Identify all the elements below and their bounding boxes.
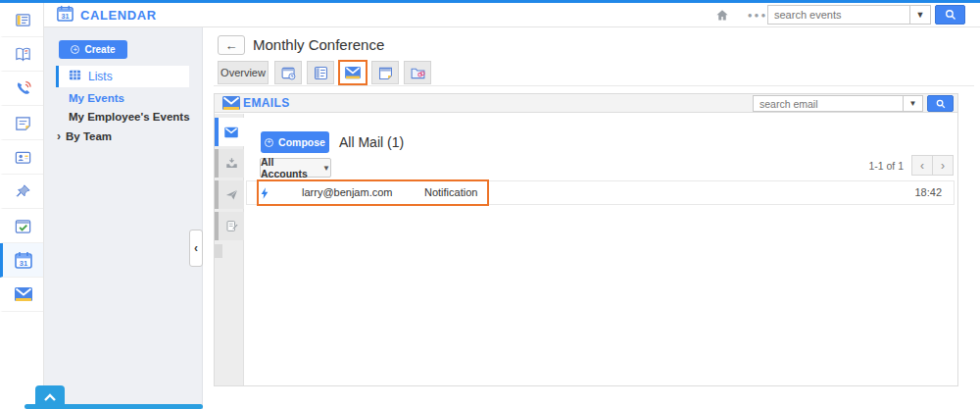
calendar-31-icon[interactable]: 31: [0, 243, 43, 278]
compose-button-label: Compose: [278, 136, 325, 148]
sidebar-item-my-events[interactable]: My Events: [69, 92, 124, 106]
emails-panel-header: EMAILS ▼: [215, 94, 957, 113]
chevron-down-icon[interactable]: ▼: [909, 5, 931, 25]
phone-icon[interactable]: [0, 72, 43, 106]
chevron-left-icon: ‹: [920, 159, 924, 173]
contact-card-icon[interactable]: [0, 140, 43, 175]
chevron-up-icon: [43, 388, 57, 406]
accounts-filter-label: All Accounts: [261, 156, 318, 179]
sidebar-item-by-team-label: By Team: [66, 130, 112, 142]
news-icon[interactable]: [0, 3, 43, 37]
tab-note-icon[interactable]: [371, 61, 399, 84]
sidebar: + Create Lists My Events My Employee's E…: [44, 27, 203, 409]
pin-icon[interactable]: [0, 175, 43, 209]
plus-icon: +: [265, 138, 273, 147]
back-button[interactable]: ←: [218, 35, 245, 55]
calendar-31-icon: 31: [56, 4, 74, 26]
header-bar: 31 CALENDAR ●●● ▼: [44, 3, 980, 27]
scroll-to-top-button[interactable]: [35, 385, 65, 409]
pagination-label: 1-1 of 1: [868, 160, 904, 172]
main-content: ← Monthly Conference Overview EMAILS: [203, 27, 980, 409]
tab-overview[interactable]: Overview: [218, 61, 269, 84]
mail-icon[interactable]: [0, 278, 43, 312]
sidebar-item-by-team[interactable]: › By Team: [57, 129, 112, 143]
page-title: Monthly Conference: [253, 35, 384, 55]
folder-sent-icon[interactable]: [215, 180, 244, 209]
create-button-label: Create: [84, 44, 115, 55]
sidebar-item-lists[interactable]: Lists: [56, 66, 189, 87]
chevron-left-icon: ‹: [194, 241, 198, 255]
tasks-icon[interactable]: [0, 209, 43, 243]
tab-agenda-icon[interactable]: [307, 61, 334, 84]
svg-text:31: 31: [62, 13, 70, 21]
folder-inbox-icon[interactable]: [215, 149, 244, 178]
header-search: ▼: [767, 5, 965, 25]
tab-folder-link-icon[interactable]: [404, 61, 431, 84]
folder-title: All Mail (1): [339, 131, 404, 153]
notes-icon[interactable]: [0, 106, 43, 140]
email-row[interactable]: larry@benjam.com Notification 18:42: [246, 180, 955, 205]
search-events-input[interactable]: [767, 5, 909, 25]
address-book-icon[interactable]: [0, 37, 43, 72]
create-button[interactable]: + Create: [59, 40, 127, 59]
email-sender: larry@benjam.com: [302, 181, 392, 204]
sidebar-item-my-employees-events[interactable]: My Employee's Events: [69, 111, 190, 125]
email-folder-strip: [215, 114, 244, 385]
tab-mail-icon[interactable]: [338, 60, 368, 85]
app-brand: 31 CALENDAR: [56, 4, 157, 26]
plus-icon: +: [71, 45, 79, 54]
folder-mail-icon[interactable]: [215, 118, 244, 146]
tab-overview-label: Overview: [220, 67, 266, 78]
back-arrow-icon: ←: [225, 38, 238, 53]
app-title: CALENDAR: [80, 8, 157, 23]
mail-icon: [221, 95, 241, 115]
email-time: 18:42: [914, 181, 942, 204]
tabs-divider: [214, 85, 974, 86]
chevron-down-icon: ▼: [322, 164, 330, 173]
emails-panel: EMAILS ▼: [214, 93, 958, 386]
search-email-input[interactable]: [753, 95, 903, 112]
top-accent-bar: [0, 0, 980, 3]
home-icon[interactable]: [712, 6, 732, 24]
app-window: 31 CALENDAR ●●● ▼: [0, 0, 980, 409]
emails-panel-title: EMAILS: [243, 94, 290, 113]
sidebar-collapse-handle[interactable]: ‹: [189, 230, 203, 267]
tab-calendar-clock-icon[interactable]: [274, 61, 302, 84]
prev-page-button[interactable]: ‹: [911, 155, 933, 176]
email-search-button[interactable]: [927, 95, 954, 112]
email-search: ▼: [753, 95, 954, 112]
icon-rail: 31: [0, 3, 44, 409]
chevron-right-icon: ›: [57, 129, 61, 143]
pagination: 1-1 of 1 ‹ ›: [868, 155, 954, 176]
accounts-filter-button[interactable]: All Accounts ▼: [260, 158, 331, 178]
strip-scrollbar-stub: [215, 244, 222, 258]
sidebar-item-lists-label: Lists: [88, 70, 113, 83]
email-subject: Notification: [424, 181, 477, 204]
chevron-right-icon: ›: [941, 159, 945, 173]
grid-icon: [69, 69, 81, 84]
next-page-button[interactable]: ›: [932, 155, 954, 176]
folder-drafts-icon[interactable]: [215, 212, 244, 240]
svg-text:31: 31: [19, 259, 26, 268]
search-button[interactable]: [935, 5, 965, 25]
bolt-icon: [260, 186, 270, 204]
chevron-down-icon[interactable]: ▼: [903, 95, 923, 112]
compose-button[interactable]: + Compose: [261, 131, 329, 153]
